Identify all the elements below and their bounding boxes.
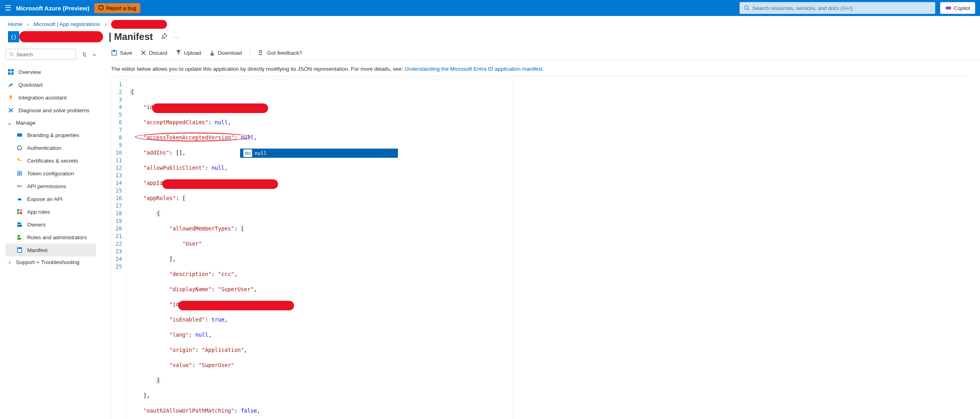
feedback-button[interactable]: Got feedback? (258, 50, 302, 56)
svg-rect-7 (8, 69, 10, 71)
redacted-roleid (178, 301, 294, 310)
global-search[interactable]: Search resources, services, and docs (G+… (739, 2, 935, 14)
top-bar: ☰ Microsoft Azure (Preview) Report a bug… (0, 0, 980, 16)
sidebar-item-label: Diagnose and solve problems (18, 107, 89, 113)
svg-line-2 (747, 9, 749, 11)
sidebar-item-expose[interactable]: Expose an API (6, 193, 96, 205)
sidebar: Search ⇅ « Overview Quickstart Integrati… (0, 46, 100, 419)
overview-icon (7, 68, 14, 75)
intellisense-tooltip: abcnull (240, 149, 398, 158)
description-text: The editor below allows you to update th… (111, 60, 980, 76)
download-label: Download (218, 50, 242, 56)
auth-icon (16, 144, 23, 151)
json-editor[interactable]: 1234567891011121314151617181920212223242… (111, 79, 513, 419)
svg-rect-26 (17, 225, 22, 227)
sidebar-item-label: Branding & properties (27, 132, 80, 138)
svg-point-4 (948, 6, 951, 10)
search-icon (744, 5, 749, 11)
crumb-sep: › (27, 21, 29, 27)
feedback-icon (258, 50, 264, 56)
sidebar-item-label: Certificates & secrets (27, 158, 78, 164)
sidebar-item-quickstart[interactable]: Quickstart (6, 78, 96, 91)
discard-button[interactable]: Discard (140, 50, 167, 56)
sidebar-item-roles[interactable]: Roles and administrators (6, 231, 96, 244)
line-gutter: 1234567891011121314151617181920212223242… (111, 79, 126, 419)
svg-rect-16 (19, 171, 20, 176)
upload-button[interactable]: Upload (175, 50, 201, 56)
sidebar-item-label: App roles (27, 209, 50, 215)
sidebar-item-branding[interactable]: Branding & properties (6, 129, 96, 141)
svg-point-24 (18, 222, 20, 224)
sidebar-item-label: Roles and administrators (27, 234, 87, 240)
report-bug-button[interactable]: Report a bug (94, 3, 140, 13)
sidebar-item-authentication[interactable]: Authentication (6, 141, 96, 154)
sidebar-item-apiperm[interactable]: API permissions (6, 180, 96, 193)
sidebar-item-token[interactable]: Token configuration (6, 167, 96, 180)
sidebar-item-overview[interactable]: Overview (6, 66, 96, 78)
sidebar-item-label: Expose an API (27, 196, 63, 202)
crumb-current-redacted (111, 20, 167, 29)
sidebar-item-label: Integration assistant (18, 95, 67, 101)
brand-title: Microsoft Azure (Preview) (16, 5, 89, 12)
sidebar-item-label: Manage (16, 120, 36, 126)
crumb-home[interactable]: Home (8, 21, 22, 27)
chevron-down-icon: ⌄ (7, 119, 12, 126)
sidebar-group-manage[interactable]: ⌄ Manage (6, 117, 96, 129)
sidebar-group-support[interactable]: › Support + Troubleshooting (6, 256, 96, 268)
search-icon (9, 52, 14, 57)
sidebar-item-label: Support + Troubleshooting (16, 259, 80, 265)
quickstart-icon (7, 81, 14, 88)
breadcrumb: Home › Microsoft | App registrations › (0, 16, 980, 30)
crumb-appreg[interactable]: Microsoft | App registrations (34, 21, 100, 27)
svg-rect-22 (17, 212, 19, 214)
sidebar-item-approles[interactable]: App roles (6, 205, 96, 218)
chevron-right-icon: › (7, 259, 12, 265)
manifest-icon (16, 246, 23, 254)
manifest-icon: {} (8, 31, 19, 42)
sidebar-item-manifest[interactable]: Manifest (6, 244, 96, 256)
sidebar-sort-icon[interactable]: ⇅ (82, 52, 87, 58)
diagnose-icon (7, 107, 14, 114)
page-title: | Manifest (109, 31, 153, 42)
svg-rect-31 (113, 50, 115, 52)
sidebar-item-certificates[interactable]: Certificates & secrets (6, 154, 96, 167)
svg-point-5 (10, 53, 13, 56)
roles-icon (16, 234, 23, 241)
discard-icon (140, 50, 147, 56)
pin-icon[interactable] (161, 33, 167, 41)
page-title-row: {} | Manifest ··· (0, 30, 980, 46)
copilot-button[interactable]: Copilot (940, 2, 975, 14)
report-bug-label: Report a bug (106, 5, 136, 11)
save-button[interactable]: Save (111, 50, 132, 56)
content-panel: Save Discard Upload Download Got feedbac… (100, 46, 980, 419)
sidebar-item-label: Token configuration (27, 171, 74, 177)
apiperm-icon (16, 183, 23, 190)
discard-label: Discard (149, 50, 167, 56)
sidebar-search-placeholder: Search (16, 52, 33, 58)
sidebar-item-diagnose[interactable]: Diagnose and solve problems (6, 104, 96, 117)
code-area[interactable]: { "id" "acceptMappedClaims": null, "acce… (126, 79, 260, 419)
download-icon (209, 50, 215, 56)
sidebar-collapse-icon[interactable]: « (93, 52, 96, 58)
sidebar-item-label: Manifest (27, 247, 48, 253)
svg-rect-28 (17, 238, 21, 240)
description-link[interactable]: Understanding the Microsoft Entra ID app… (405, 66, 544, 72)
svg-rect-19 (19, 186, 22, 187)
svg-rect-14 (19, 160, 22, 161)
svg-point-34 (259, 50, 262, 53)
sidebar-item-integration[interactable]: Integration assistant (6, 91, 96, 104)
sidebar-search[interactable]: Search (6, 49, 76, 60)
svg-rect-17 (21, 171, 22, 176)
sidebar-item-label: Authentication (27, 145, 62, 151)
sidebar-item-owners[interactable]: Owners (6, 218, 96, 231)
divider (250, 49, 250, 57)
hamburger-icon[interactable]: ☰ (5, 4, 11, 12)
approles-icon (16, 208, 23, 215)
download-button[interactable]: Download (209, 50, 242, 56)
more-icon[interactable]: ··· (174, 34, 181, 40)
svg-point-27 (18, 235, 20, 237)
owners-icon (16, 221, 23, 228)
copilot-label: Copilot (954, 5, 970, 11)
svg-point-18 (17, 185, 19, 187)
branding-icon (16, 131, 23, 139)
